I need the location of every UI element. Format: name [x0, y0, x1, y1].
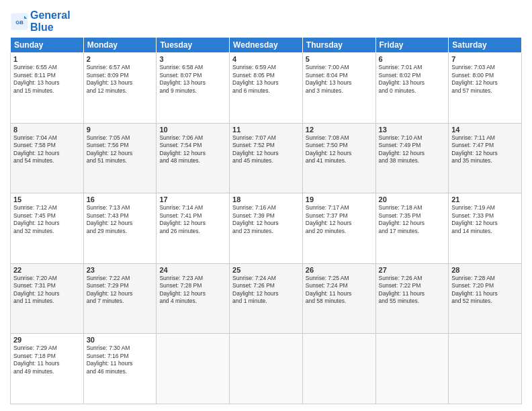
day-number: 4 [232, 55, 300, 63]
calendar-cell: 1Sunrise: 6:55 AM Sunset: 8:11 PM Daylig… [11, 53, 84, 124]
day-number: 19 [306, 195, 373, 203]
day-number: 22 [13, 266, 81, 274]
day-number: 28 [451, 266, 519, 274]
calendar-week-row: 15Sunrise: 7:12 AM Sunset: 7:45 PM Dayli… [11, 193, 522, 264]
day-number: 23 [87, 266, 154, 274]
day-number: 12 [306, 126, 373, 134]
logo-text: General Blue [30, 9, 71, 33]
day-info: Sunrise: 7:11 AM Sunset: 7:47 PM Dayligh… [451, 134, 519, 165]
day-number: 14 [451, 126, 519, 134]
day-info: Sunrise: 7:00 AM Sunset: 8:04 PM Dayligh… [306, 64, 373, 95]
day-info: Sunrise: 6:59 AM Sunset: 8:05 PM Dayligh… [232, 64, 300, 95]
calendar-cell: 8Sunrise: 7:04 AM Sunset: 7:58 PM Daylig… [11, 123, 84, 193]
calendar-cell: 18Sunrise: 7:16 AM Sunset: 7:39 PM Dayli… [230, 193, 303, 264]
day-number: 7 [451, 55, 519, 63]
calendar-cell: 29Sunrise: 7:29 AM Sunset: 7:18 PM Dayli… [11, 334, 84, 404]
calendar-cell: 16Sunrise: 7:13 AM Sunset: 7:43 PM Dayli… [83, 193, 157, 264]
day-info: Sunrise: 7:04 AM Sunset: 7:58 PM Dayligh… [13, 134, 81, 165]
calendar-cell [302, 334, 375, 404]
day-number: 17 [159, 195, 226, 203]
day-number: 18 [232, 195, 300, 203]
calendar-table: SundayMondayTuesdayWednesdayThursdayFrid… [10, 37, 522, 404]
day-number: 30 [87, 336, 154, 344]
day-info: Sunrise: 7:01 AM Sunset: 8:02 PM Dayligh… [379, 64, 446, 95]
day-number: 5 [306, 55, 373, 63]
calendar-day-header: Thursday [302, 38, 375, 53]
calendar-cell: 10Sunrise: 7:06 AM Sunset: 7:54 PM Dayli… [157, 123, 230, 193]
calendar-cell: 15Sunrise: 7:12 AM Sunset: 7:45 PM Dayli… [11, 193, 84, 264]
day-info: Sunrise: 7:17 AM Sunset: 7:37 PM Dayligh… [306, 204, 373, 235]
day-info: Sunrise: 7:22 AM Sunset: 7:29 PM Dayligh… [87, 275, 154, 306]
calendar-cell: 19Sunrise: 7:17 AM Sunset: 7:37 PM Dayli… [302, 193, 375, 264]
calendar-cell: 21Sunrise: 7:19 AM Sunset: 7:33 PM Dayli… [449, 193, 522, 264]
calendar-week-row: 22Sunrise: 7:20 AM Sunset: 7:31 PM Dayli… [11, 263, 522, 334]
calendar-cell: 22Sunrise: 7:20 AM Sunset: 7:31 PM Dayli… [11, 263, 84, 334]
calendar-week-row: 1Sunrise: 6:55 AM Sunset: 8:11 PM Daylig… [11, 53, 522, 124]
day-info: Sunrise: 7:10 AM Sunset: 7:49 PM Dayligh… [379, 134, 446, 165]
calendar-day-header: Tuesday [157, 38, 230, 53]
calendar-day-header: Friday [375, 38, 449, 53]
calendar-cell: 28Sunrise: 7:28 AM Sunset: 7:20 PM Dayli… [449, 263, 522, 334]
day-number: 13 [379, 126, 446, 134]
day-info: Sunrise: 7:18 AM Sunset: 7:35 PM Dayligh… [379, 204, 446, 235]
day-number: 20 [379, 195, 446, 203]
day-number: 21 [451, 195, 519, 203]
day-info: Sunrise: 7:08 AM Sunset: 7:50 PM Dayligh… [306, 134, 373, 165]
day-info: Sunrise: 7:20 AM Sunset: 7:31 PM Dayligh… [13, 275, 81, 306]
day-number: 11 [232, 126, 300, 134]
day-info: Sunrise: 7:28 AM Sunset: 7:20 PM Dayligh… [451, 275, 519, 306]
calendar-day-header: Monday [83, 38, 157, 53]
calendar-cell: 14Sunrise: 7:11 AM Sunset: 7:47 PM Dayli… [449, 123, 522, 193]
calendar-cell: 30Sunrise: 7:30 AM Sunset: 7:16 PM Dayli… [83, 334, 157, 404]
day-info: Sunrise: 7:24 AM Sunset: 7:26 PM Dayligh… [232, 275, 300, 306]
calendar-week-row: 8Sunrise: 7:04 AM Sunset: 7:58 PM Daylig… [11, 123, 522, 193]
day-info: Sunrise: 7:16 AM Sunset: 7:39 PM Dayligh… [232, 204, 300, 235]
day-number: 1 [13, 55, 81, 63]
day-number: 2 [87, 55, 154, 63]
calendar-cell [230, 334, 303, 404]
day-info: Sunrise: 7:13 AM Sunset: 7:43 PM Dayligh… [87, 204, 154, 235]
calendar-cell: 13Sunrise: 7:10 AM Sunset: 7:49 PM Dayli… [375, 123, 449, 193]
day-number: 24 [159, 266, 226, 274]
day-number: 15 [13, 195, 81, 203]
day-number: 29 [13, 336, 81, 344]
day-info: Sunrise: 6:55 AM Sunset: 8:11 PM Dayligh… [13, 64, 81, 95]
day-number: 27 [379, 266, 446, 274]
logo-icon: GB [10, 12, 29, 31]
day-info: Sunrise: 7:30 AM Sunset: 7:16 PM Dayligh… [87, 345, 154, 375]
day-number: 6 [379, 55, 446, 63]
day-info: Sunrise: 7:19 AM Sunset: 7:33 PM Dayligh… [451, 204, 519, 235]
calendar-cell [157, 334, 230, 404]
calendar-cell: 24Sunrise: 7:23 AM Sunset: 7:28 PM Dayli… [157, 263, 230, 334]
calendar-cell: 20Sunrise: 7:18 AM Sunset: 7:35 PM Dayli… [375, 193, 449, 264]
calendar-cell: 25Sunrise: 7:24 AM Sunset: 7:26 PM Dayli… [230, 263, 303, 334]
calendar-day-header: Saturday [449, 38, 522, 53]
day-info: Sunrise: 6:57 AM Sunset: 8:09 PM Dayligh… [87, 64, 154, 95]
calendar-cell: 27Sunrise: 7:26 AM Sunset: 7:22 PM Dayli… [375, 263, 449, 334]
calendar-day-header: Wednesday [230, 38, 303, 53]
calendar-body: 1Sunrise: 6:55 AM Sunset: 8:11 PM Daylig… [11, 53, 522, 404]
day-number: 10 [159, 126, 226, 134]
calendar-cell: 3Sunrise: 6:58 AM Sunset: 8:07 PM Daylig… [157, 53, 230, 124]
calendar-cell: 7Sunrise: 7:03 AM Sunset: 8:00 PM Daylig… [449, 53, 522, 124]
calendar-header-row: SundayMondayTuesdayWednesdayThursdayFrid… [11, 38, 522, 53]
page: GB General Blue SundayMondayTuesdayWedne… [0, 0, 532, 411]
calendar-cell: 11Sunrise: 7:07 AM Sunset: 7:52 PM Dayli… [230, 123, 303, 193]
day-number: 9 [87, 126, 154, 134]
calendar-cell: 6Sunrise: 7:01 AM Sunset: 8:02 PM Daylig… [375, 53, 449, 124]
day-info: Sunrise: 7:06 AM Sunset: 7:54 PM Dayligh… [159, 134, 226, 165]
calendar-cell: 12Sunrise: 7:08 AM Sunset: 7:50 PM Dayli… [302, 123, 375, 193]
day-info: Sunrise: 7:07 AM Sunset: 7:52 PM Dayligh… [232, 134, 300, 165]
day-info: Sunrise: 7:05 AM Sunset: 7:56 PM Dayligh… [87, 134, 154, 165]
calendar-cell: 26Sunrise: 7:25 AM Sunset: 7:24 PM Dayli… [302, 263, 375, 334]
day-info: Sunrise: 7:14 AM Sunset: 7:41 PM Dayligh… [159, 204, 226, 235]
day-info: Sunrise: 7:23 AM Sunset: 7:28 PM Dayligh… [159, 275, 226, 306]
day-info: Sunrise: 7:03 AM Sunset: 8:00 PM Dayligh… [451, 64, 519, 95]
logo: GB General Blue [10, 9, 71, 33]
calendar-cell: 2Sunrise: 6:57 AM Sunset: 8:09 PM Daylig… [83, 53, 157, 124]
svg-text:GB: GB [15, 19, 24, 26]
calendar-cell: 17Sunrise: 7:14 AM Sunset: 7:41 PM Dayli… [157, 193, 230, 264]
day-number: 3 [159, 55, 226, 63]
day-number: 8 [13, 126, 81, 134]
day-info: Sunrise: 7:29 AM Sunset: 7:18 PM Dayligh… [13, 345, 81, 375]
